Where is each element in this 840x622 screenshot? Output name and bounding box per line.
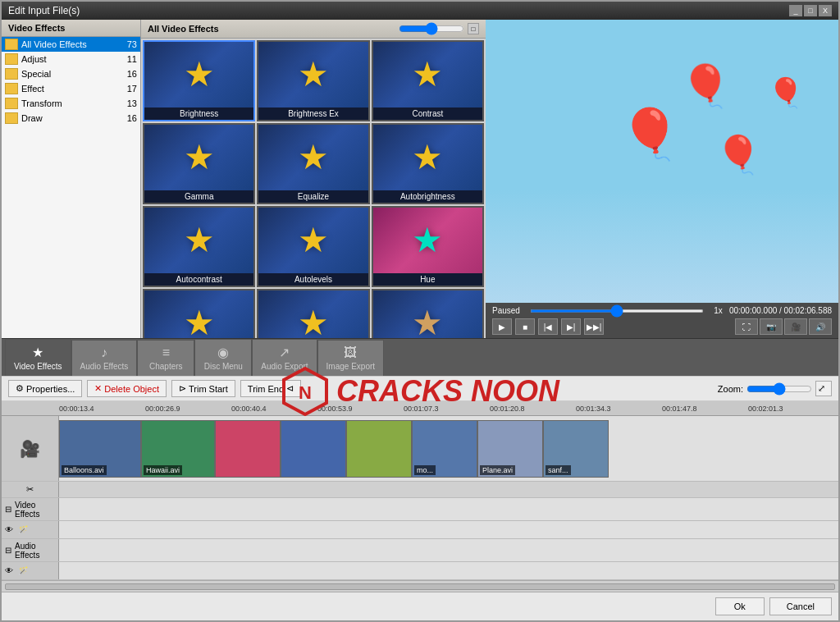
effects-item-adjust[interactable]: Adjust 11	[2, 52, 140, 66]
effect-thumb-label: Gamma	[144, 190, 253, 203]
effects-item-draw[interactable]: Draw 16	[2, 111, 140, 126]
effect-thumb-8[interactable]: ★ Hue	[372, 206, 484, 287]
video-effects-sub-row: 👁 🪄	[2, 521, 838, 539]
ruler-mark-0: 00:00:13.4	[59, 405, 94, 413]
tab-chapters[interactable]: ≡ Chapters	[137, 340, 194, 376]
clip-label: Plane.avi	[480, 465, 515, 475]
audio-effects-collapse[interactable]: ⊟	[5, 546, 11, 555]
main-window: Edit Input File(s) _ □ X Video Effects A…	[0, 0, 840, 622]
tab-icon-disc-menu: ◉	[217, 345, 229, 360]
audio-effects-sub-track	[59, 562, 838, 579]
video-track-header: 🎥	[2, 416, 59, 481]
zoom-fit-button[interactable]: ⤢	[815, 381, 832, 396]
effect-thumb-2[interactable]: ★ Contrast	[372, 40, 484, 121]
clip-label: sanf...	[546, 465, 571, 475]
audio-effects-track	[59, 539, 838, 561]
effects-item-label: Transform	[21, 98, 124, 108]
tab-disc-menu[interactable]: ◉ Disc Menu	[194, 339, 252, 376]
star-icon: ★	[412, 223, 443, 258]
clip-4[interactable]	[346, 420, 412, 478]
clip-7[interactable]: sanf...	[543, 420, 609, 478]
effect-thumb-label: Contrast	[373, 107, 482, 120]
effects-grid-scroll[interactable]: ★ Brightness ★ Brightness Ex ★ Contrast …	[141, 39, 486, 338]
effect-thumb-4[interactable]: ★ Equalize	[257, 123, 369, 204]
clip-1[interactable]: Hawaii.avi	[141, 420, 215, 478]
clip-5[interactable]: mo...	[412, 420, 477, 478]
trim-start-button[interactable]: ⊳ Trim Start	[171, 380, 235, 397]
preview-buttons: ▶ ■ |◀ ▶| ▶▶| ⛶ 📷 🎥 🔊	[492, 318, 832, 335]
ok-button[interactable]: Ok	[715, 597, 765, 615]
clip-bg: Plane.avi	[478, 421, 542, 477]
tab-icon-chapters: ≡	[162, 345, 170, 360]
video-effects-collapse[interactable]: ⊟	[5, 505, 11, 514]
effect-thumb-3[interactable]: ★ Gamma	[143, 123, 255, 204]
effects-grid-expand[interactable]: □	[468, 23, 479, 34]
close-button[interactable]: X	[819, 5, 832, 16]
video-effects-track	[59, 498, 838, 520]
effect-thumb-1[interactable]: ★ Brightness Ex	[257, 40, 369, 121]
effects-item-transform[interactable]: Transform 13	[2, 96, 140, 111]
preview-time: 00:00:00.000 / 00:02:06.588	[729, 306, 832, 315]
window-title: Edit Input File(s)	[8, 5, 80, 16]
delete-button[interactable]: ✕ Delete Object	[87, 380, 167, 397]
play-button[interactable]: ▶	[492, 318, 512, 335]
effect-thumb-img: ★	[373, 42, 482, 107]
effects-item-all[interactable]: All Video Effects 73	[2, 37, 140, 52]
effects-panel-title: Video Effects	[2, 20, 140, 37]
ruler-mark-7: 00:01:47.8	[662, 405, 697, 413]
effect-thumb-6[interactable]: ★ Autocontrast	[143, 206, 255, 287]
effects-scroll-slider[interactable]	[399, 25, 464, 33]
restore-button[interactable]: □	[804, 5, 817, 16]
video-effects-sub-track	[59, 521, 838, 538]
magic-icon: 🪄	[18, 525, 28, 534]
tab-audio-effects[interactable]: ♪ Audio Effects	[71, 340, 138, 376]
clip-bg: Hawaii.avi	[142, 421, 214, 477]
end-button[interactable]: ▶▶|	[584, 318, 604, 335]
effect-thumb-img: ★	[144, 208, 253, 273]
tab-video-effects[interactable]: ★ Video Effects	[5, 339, 71, 376]
snapshot-button[interactable]: 📷	[760, 318, 783, 335]
preview-status: Paused 1x 00:00:00.000 / 00:02:06.588	[492, 306, 832, 315]
effects-folder-icon	[5, 68, 18, 80]
prev-frame-button[interactable]: |◀	[538, 318, 558, 335]
effects-item-special[interactable]: Special 16	[2, 66, 140, 81]
clip-0[interactable]: Balloons.avi	[59, 420, 141, 478]
next-frame-button[interactable]: ▶|	[561, 318, 581, 335]
effect-thumb-5[interactable]: ★ Autobrightness	[372, 123, 484, 204]
effect-thumb-0[interactable]: ★ Brightness	[143, 40, 255, 121]
volume-button[interactable]: 🔊	[809, 318, 832, 335]
tab-icon-image-export: 🖼	[344, 345, 357, 360]
effects-item-label: Adjust	[21, 54, 124, 64]
clip-6[interactable]: Plane.avi	[477, 420, 543, 478]
preview-video: 🎈 🎈 🎈 🎈	[486, 20, 838, 303]
effects-item-effect[interactable]: Effect 17	[2, 81, 140, 96]
clip-2[interactable]	[215, 420, 281, 478]
zoom-slider[interactable]	[746, 382, 812, 396]
effects-item-count: 73	[127, 39, 137, 49]
effect-thumb-10[interactable]: ★	[257, 289, 369, 338]
effect-thumb-11[interactable]: ★	[372, 289, 484, 338]
effects-item-count: 16	[127, 69, 137, 79]
timeline-scrollbar[interactable]	[2, 580, 838, 592]
effects-folder-icon	[5, 112, 18, 124]
properties-button[interactable]: ⚙ Properties...	[8, 380, 82, 397]
clip-3[interactable]	[281, 420, 346, 478]
preview-controls: Paused 1x 00:00:00.000 / 00:02:06.588 ▶ …	[486, 303, 838, 338]
star-icon: ★	[298, 306, 329, 338]
tab-label-chapters: Chapters	[149, 362, 183, 371]
effect-thumb-7[interactable]: ★ Autolevels	[257, 206, 369, 287]
scroll-bar-thumb[interactable]	[5, 583, 835, 590]
fullscreen-button[interactable]: ⛶	[735, 318, 758, 335]
star-icon: ★	[412, 306, 443, 338]
cancel-button[interactable]: Cancel	[769, 597, 832, 615]
minimize-button[interactable]: _	[789, 5, 802, 16]
camera-button[interactable]: 🎥	[784, 318, 807, 335]
tab-label-disc-menu: Disc Menu	[204, 362, 243, 371]
stop-button[interactable]: ■	[515, 318, 535, 335]
preview-position-slider[interactable]	[530, 309, 704, 313]
effect-thumb-img: ★	[373, 208, 482, 273]
effect-thumb-9[interactable]: ★	[143, 289, 255, 338]
balloon-2: 🎈	[680, 62, 731, 110]
audio-eye-icon: 👁	[5, 566, 13, 575]
effect-thumb-img: ★	[258, 208, 368, 273]
